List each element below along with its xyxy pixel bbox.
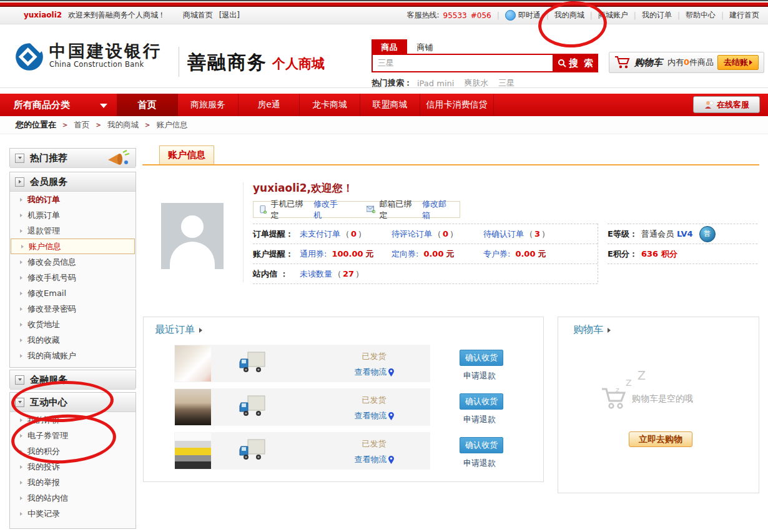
epoints-value: 636: [641, 249, 658, 259]
sidebar-item-edit-member[interactable]: 修改会员信息: [10, 254, 135, 270]
sidebar-item-my-points[interactable]: 我的积分: [10, 443, 135, 459]
nav-item-home[interactable]: 首页: [117, 94, 178, 116]
cart-count-prefix: 内有: [667, 57, 684, 67]
request-refund-link[interactable]: 申请退款: [463, 370, 522, 382]
product-thumbnail[interactable]: [175, 389, 211, 425]
edit-email-link[interactable]: 修改邮箱: [422, 199, 453, 221]
sidebar-item-mall-account[interactable]: 我的商城账户: [10, 348, 135, 363]
sidebar-item-reports[interactable]: 我的举报: [10, 475, 135, 490]
checkout-button[interactable]: 去结账: [717, 55, 759, 70]
logout-link[interactable]: [退出]: [219, 11, 240, 19]
directed-coupon-link[interactable]: 定向券:: [391, 249, 418, 260]
pending-review-link[interactable]: 待评论订单: [391, 229, 432, 240]
sidebar-item-complaints[interactable]: 我的投诉: [10, 459, 135, 475]
mall-account-link[interactable]: 商城账户: [598, 10, 628, 21]
nav-item-alliance[interactable]: 联盟商城: [360, 94, 420, 116]
triangle-bullet-icon: [20, 338, 22, 342]
sidebar-item-edit-email[interactable]: 修改Email: [10, 285, 135, 301]
search-input[interactable]: [372, 54, 554, 72]
view-logistics-link[interactable]: 查看物流: [355, 367, 394, 378]
general-coupon-link[interactable]: 通用券:: [300, 249, 327, 260]
search-tab-goods[interactable]: 商品: [372, 39, 407, 55]
pending-confirm-link[interactable]: 待确认订单: [483, 229, 524, 240]
special-coupon-link[interactable]: 专户券:: [483, 249, 510, 260]
cart-count-value: 0: [684, 57, 689, 67]
view-logistics-link[interactable]: 查看物流: [355, 410, 394, 421]
tab-underline: [142, 164, 759, 165]
sidebar-item-label: 我的评价: [27, 415, 60, 426]
sidebar-item-label: 修改Email: [27, 288, 66, 299]
email-icon: [367, 205, 375, 214]
sidebar-header-label: 热门推荐: [30, 152, 67, 164]
sidebar-item-refund[interactable]: 退款管理: [10, 223, 135, 239]
request-refund-link[interactable]: 申请退款: [463, 458, 522, 469]
search-tab-shops[interactable]: 商铺: [407, 39, 443, 55]
im-link[interactable]: 即时通: [518, 10, 541, 21]
mini-cart[interactable]: 购物车 内有0件商品 去结账: [609, 52, 764, 73]
sidebar-item-address[interactable]: 收货地址: [10, 317, 135, 332]
go-shopping-button[interactable]: 立即去购物: [629, 431, 692, 447]
nav-item-house[interactable]: 房e通: [239, 94, 300, 116]
sidebar-header-hot[interactable]: 热门推荐: [10, 149, 135, 168]
edit-phone-link[interactable]: 修改手机: [313, 199, 345, 221]
sidebar-section-interact: 互动中心 我的评价 电子券管理 我的积分 我的投诉 我的举报 我的站内信 中奖记…: [9, 392, 136, 529]
tab-account-info[interactable]: 账户信息: [159, 145, 214, 164]
confirm-receipt-button[interactable]: 确认收货: [460, 437, 503, 453]
logistics-label: 查看物流: [355, 410, 387, 421]
sidebar-item-favorites[interactable]: 我的收藏: [10, 332, 135, 348]
all-categories-menu[interactable]: 所有商品分类: [0, 94, 117, 116]
nav-item-credit[interactable]: 信用卡消费信贷: [420, 94, 494, 116]
phone-icon: [260, 205, 267, 214]
hot-search-link[interactable]: 爽肤水: [464, 77, 488, 89]
product-thumbnail[interactable]: [175, 345, 211, 382]
triangle-bullet-icon: [21, 245, 24, 249]
unread-messages-link[interactable]: 未读数量: [300, 268, 332, 280]
hot-search-link[interactable]: iPad mini: [417, 79, 454, 88]
cart-panel-title[interactable]: 购物车: [573, 323, 611, 337]
ccb-logo[interactable]: 中国建设银行 China Construction Bank: [15, 42, 162, 71]
sidebar-item-edit-password[interactable]: 修改登录密码: [10, 301, 135, 317]
my-orders-link[interactable]: 我的订单: [642, 10, 672, 21]
online-service-button[interactable]: 在线客服: [693, 96, 760, 113]
my-mall-link[interactable]: 我的商城: [554, 10, 584, 21]
unpaid-orders-link[interactable]: 未支付订单: [300, 229, 340, 240]
directed-coupon-value: 0.00: [423, 249, 443, 259]
mall-home-link[interactable]: 商城首页: [183, 11, 213, 19]
product-thumbnail[interactable]: [175, 433, 211, 469]
cart-label: 购物车: [634, 57, 662, 69]
breadcrumb-home[interactable]: 首页: [74, 120, 90, 131]
search-button[interactable]: 搜 索: [554, 54, 598, 72]
sidebar-header-finance[interactable]: 金融服务: [10, 370, 135, 390]
help-center-link[interactable]: 帮助中心: [686, 10, 716, 21]
request-refund-link[interactable]: 申请退款: [463, 414, 522, 425]
sidebar-item-label: 账户信息: [29, 241, 61, 252]
view-logistics-link[interactable]: 查看物流: [355, 454, 394, 465]
all-categories-label: 所有商品分类: [14, 99, 70, 111]
sleep-z: Z: [626, 378, 632, 388]
sidebar-item-flight-orders[interactable]: 机票订单: [10, 207, 135, 223]
sidebar-item-lottery[interactable]: 中奖记录: [10, 506, 135, 521]
coupon-reminder-row: 账户提醒： 通用券:100.00元 定向券:0.00元 专户券:0.00元: [253, 244, 598, 264]
sidebar-item-account-info[interactable]: 账户信息: [11, 239, 135, 254]
triangle-bullet-icon: [20, 481, 22, 485]
recent-orders-title[interactable]: 最近订单: [155, 323, 202, 337]
nav-item-dragon-card[interactable]: 龙卡商城: [300, 94, 360, 116]
sidebar-item-my-orders[interactable]: 我的订单: [10, 192, 135, 207]
hot-search-link[interactable]: 三星: [498, 77, 514, 89]
nav-item-travel[interactable]: 商旅服务: [178, 94, 239, 116]
sidebar-section-finance: 金融服务: [9, 370, 136, 388]
sidebar-item-my-reviews[interactable]: 我的评价: [10, 412, 135, 428]
sidebar-item-edit-phone[interactable]: 修改手机号码: [10, 270, 135, 285]
message-row: 站内信 ： 未读数量（27）: [253, 264, 598, 284]
sidebar-section-hot: 热门推荐: [9, 148, 136, 167]
ccb-home-link[interactable]: 建行首页: [729, 10, 759, 21]
confirm-receipt-button[interactable]: 确认收货: [460, 350, 503, 366]
sidebar-header-member[interactable]: 会员服务: [10, 172, 135, 192]
separator: |: [497, 11, 500, 20]
sidebar-item-messages[interactable]: 我的站内信: [10, 490, 135, 506]
sidebar-header-interact[interactable]: 互动中心: [10, 393, 135, 412]
breadcrumb-my-mall[interactable]: 我的商城: [107, 120, 139, 131]
order-status: 已发货: [321, 351, 427, 362]
confirm-receipt-button[interactable]: 确认收货: [460, 393, 503, 410]
sidebar-item-evoucher[interactable]: 电子券管理: [10, 428, 135, 443]
